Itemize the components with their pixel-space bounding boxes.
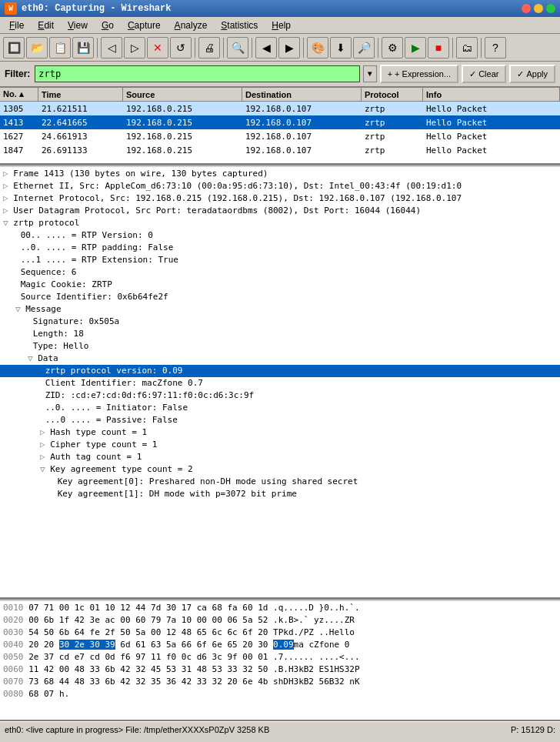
detail-arrow (15, 255, 21, 265)
forward-button[interactable]: ▷ (124, 37, 145, 58)
filter-label: Filter: (5, 69, 30, 79)
close-button[interactable] (522, 4, 531, 13)
detail-arrow (28, 329, 33, 339)
detail-text: Frame 1413 (130 bytes on wire, 130 bytes… (13, 169, 268, 179)
detail-line[interactable]: Source Identifier: 0x6b64fe2f (0, 291, 560, 303)
hex-ascii: .B.H3kB2 ES1HS32P (273, 664, 360, 674)
maximize-button[interactable] (546, 4, 555, 13)
prev-button[interactable]: ◀ (255, 37, 277, 58)
menu-statistics[interactable]: Statistics (215, 18, 264, 32)
apply-button[interactable]: ✓ Apply (509, 65, 555, 83)
detail-line[interactable]: zrtp protocol version: 0.09 (0, 365, 560, 377)
detail-line[interactable]: ▷ User Datagram Protocol, Src Port: tera… (0, 205, 560, 217)
detail-arrow: ▷ (3, 181, 13, 191)
col-header-time[interactable]: Time (38, 88, 123, 101)
detail-line[interactable]: Client Identifier: macZfone 0.7 (0, 377, 560, 389)
menu-edit[interactable]: Edit (32, 18, 60, 32)
stop-capture-button[interactable]: ■ (428, 37, 449, 58)
detail-arrow (40, 415, 45, 425)
detail-arrow: ▷ (3, 193, 13, 203)
table-row[interactable]: 1413 22.641665 192.168.0.215 192.168.0.1… (0, 115, 560, 129)
hex-line: 0060 11 42 00 48 33 6b 42 32 45 53 31 48… (0, 663, 560, 676)
colorize-button[interactable]: 🎨 (307, 37, 328, 58)
detail-line[interactable]: Magic Cookie: ZRTP (0, 279, 560, 291)
close-capture-button[interactable]: 📋 (49, 37, 71, 58)
detail-text: Signature: 0x505a (33, 316, 120, 326)
open-button[interactable]: 📂 (26, 37, 48, 58)
menu-view[interactable]: View (62, 18, 94, 32)
col-header-protocol[interactable]: Protocol (362, 88, 423, 101)
detail-line[interactable]: ..0. .... = Initiator: False (0, 402, 560, 414)
minimize-button[interactable] (534, 4, 543, 13)
detail-arrow (28, 316, 33, 326)
detail-line[interactable]: ...0 .... = Passive: False (0, 414, 560, 426)
detail-line[interactable]: ▽ Key agreement type count = 2 (0, 463, 560, 476)
detail-line[interactable]: ▽ Message (0, 303, 560, 316)
print-button[interactable]: 🖨 (198, 37, 220, 58)
detail-line[interactable]: Key agreement[1]: DH mode with p=3072 bi… (0, 488, 560, 500)
detail-line[interactable]: Key agreement[0]: Preshared non-DH mode … (0, 476, 560, 488)
stop-button[interactable]: ✕ (147, 37, 168, 58)
filter-input[interactable] (35, 65, 359, 82)
detail-line[interactable]: ▽ Data (0, 353, 560, 365)
save-button[interactable]: 💾 (72, 37, 94, 58)
next-button[interactable]: ▶ (278, 37, 300, 58)
detail-line[interactable]: ▷ Frame 1413 (130 bytes on wire, 130 byt… (0, 168, 560, 180)
detail-line[interactable]: ..0. .... = RTP padding: False (0, 242, 560, 254)
detail-pane[interactable]: ▷ Frame 1413 (130 bytes on wire, 130 byt… (0, 168, 560, 599)
col-header-info[interactable]: Info (423, 88, 560, 101)
clear-button[interactable]: ✓ Clear (462, 65, 506, 83)
help-button[interactable]: ? (485, 37, 506, 58)
toolbar-sep-8 (481, 38, 482, 58)
detail-line[interactable]: ▷ Auth tag count = 1 (0, 451, 560, 463)
hex-line: 0050 2e 37 cd e7 cd 0d f6 97 11 f0 0c d6… (0, 651, 560, 663)
menu-capture[interactable]: Capture (122, 18, 167, 32)
detail-line[interactable]: ▷ Ethernet II, Src: AppleCom_d6:73:10 (0… (0, 180, 560, 192)
detail-text: Client Identifier: macZfone 0.7 (45, 378, 203, 388)
hex-highlight[interactable]: 30 2e 30 39 (59, 640, 115, 650)
preferences-button[interactable]: 🗂 (456, 37, 478, 58)
detail-line[interactable]: Length: 18 (0, 328, 560, 340)
detail-line[interactable]: ▷ Internet Protocol, Src: 192.168.0.215 … (0, 192, 560, 205)
cell-protocol: zrtp (362, 129, 423, 143)
packet-list: No. ▴ Time Source Destination Protocol I… (0, 88, 560, 165)
table-row[interactable]: 1305 21.621511 192.168.0.215 192.168.0.1… (0, 102, 560, 115)
detail-text: Length: 18 (33, 329, 84, 339)
col-header-source[interactable]: Source (123, 88, 242, 101)
menu-go[interactable]: Go (95, 18, 120, 32)
detail-line[interactable]: ▷ Hash type count = 1 (0, 426, 560, 439)
hex-pane[interactable]: 0010 07 71 00 1c 01 10 12 44 7d 30 17 ca… (0, 602, 560, 721)
detail-line[interactable]: ...1 .... = RTP Extension: True (0, 254, 560, 266)
menu-analyze[interactable]: Analyze (168, 18, 214, 32)
table-row[interactable]: 1847 26.691133 192.168.0.215 192.168.0.1… (0, 143, 560, 157)
start-capture-button[interactable]: ▶ (405, 37, 426, 58)
new-capture-button[interactable]: 🔲 (3, 37, 25, 58)
detail-text: Source Identifier: 0x6b64fe2f (21, 292, 168, 302)
menu-help[interactable]: Help (265, 18, 297, 32)
table-row[interactable]: 1627 24.661913 192.168.0.215 192.168.0.1… (0, 129, 560, 143)
detail-line[interactable]: Type: Hello (0, 340, 560, 353)
hex-bytes: 73 68 44 48 33 6b 42 32 35 36 42 33 32 2… (28, 677, 268, 687)
detail-line[interactable]: ZID: :cd:e7:cd:0d:f6:97:11:f0:0c:d6:3c:9… (0, 389, 560, 402)
hex-bytes: 20 20 30 2e 30 39 6d 61 63 5a 66 6f 6e 6… (28, 640, 268, 650)
zoom-in-button[interactable]: 🔎 (353, 37, 375, 58)
menu-file[interactable]: File (3, 18, 30, 32)
col-header-no[interactable]: No. ▴ (0, 88, 38, 101)
detail-line[interactable]: Signature: 0x505a (0, 316, 560, 328)
app-icon: W (5, 2, 17, 15)
restart-button[interactable]: ↺ (170, 37, 192, 58)
capture-options-button[interactable]: ⚙ (382, 37, 403, 58)
back-button[interactable]: ◁ (101, 37, 122, 58)
hex-line: 0030 54 50 6b 64 fe 2f 50 5a 00 12 48 65… (0, 627, 560, 639)
find-button[interactable]: 🔍 (227, 37, 248, 58)
expression-button[interactable]: + + Expression... (380, 65, 459, 83)
detail-arrow: ▷ (3, 206, 13, 216)
ascii-highlight[interactable]: 0.09 (273, 640, 294, 650)
detail-line[interactable]: 00.. .... = RTP Version: 0 (0, 229, 560, 242)
detail-line[interactable]: ▷ Cipher type count = 1 (0, 439, 560, 451)
detail-line[interactable]: Sequence: 6 (0, 266, 560, 279)
auto-scroll-button[interactable]: ⬇ (330, 37, 352, 58)
col-header-destination[interactable]: Destination (242, 88, 362, 101)
detail-line[interactable]: ▽ zrtp protocol (0, 217, 560, 229)
filter-dropdown-button[interactable]: ▼ (363, 65, 377, 82)
